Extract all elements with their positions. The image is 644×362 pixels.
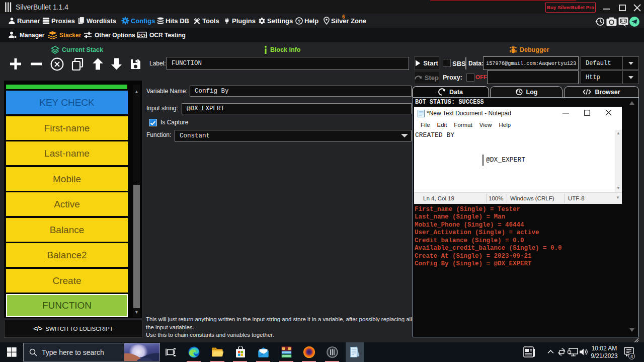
svg-text:OCR: OCR xyxy=(137,33,147,38)
svg-text:?: ? xyxy=(298,18,301,23)
